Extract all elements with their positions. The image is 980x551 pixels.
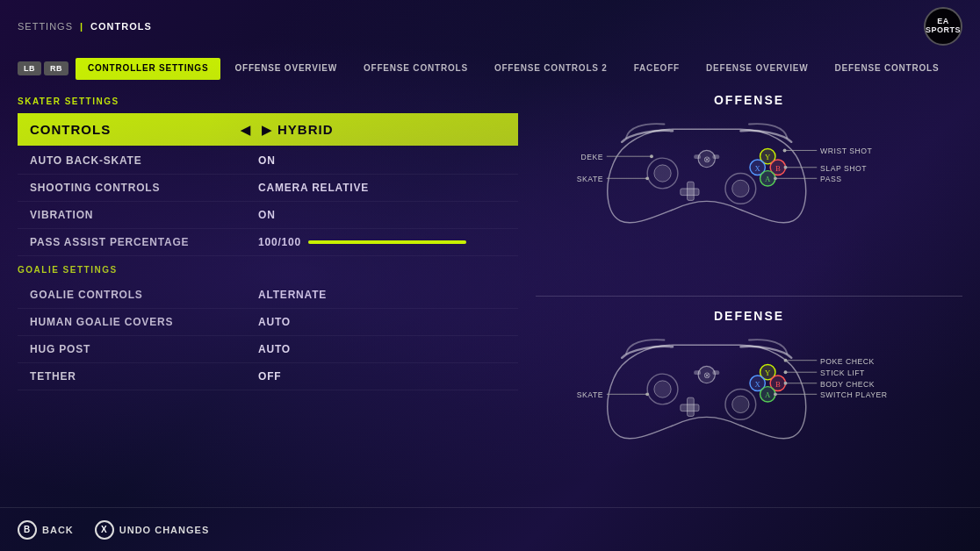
controls-value: HYBRID: [277, 122, 334, 137]
goalie-controls-row: GOALIE CONTROLS ALTERNATE: [18, 282, 518, 309]
divider: [536, 296, 962, 297]
defense-diagram: ⊗ Y X B A: [536, 328, 962, 451]
stick-lift-text: STICK LIFT: [820, 369, 865, 377]
offense-view-btn: [694, 154, 701, 159]
defense-y-label: Y: [765, 369, 771, 377]
goalie-controls-label: GOALIE CONTROLS: [30, 289, 258, 301]
offense-xbox-logo: ⊗: [703, 154, 710, 164]
pass-assist-progress: 100/100: [258, 236, 466, 248]
goalie-settings-label: GOALIE SETTINGS: [18, 265, 518, 275]
undo-changes-button[interactable]: X UNDO CHANGES: [95, 520, 209, 540]
deke-dot: [650, 154, 653, 158]
vibration-label: VIBRATION: [30, 209, 258, 221]
offense-controller-body: [608, 129, 806, 223]
breadcrumb: SETTINGS | CONTROLS: [18, 21, 152, 32]
tether-label: TETHER: [30, 370, 258, 383]
defense-b-label: B: [775, 379, 781, 388]
offense-left-stick-inner: [654, 165, 671, 182]
tab-defense-overview[interactable]: DEFENSE OVERVIEW: [694, 58, 821, 80]
offense-title: OFFENSE: [536, 93, 962, 107]
human-goalie-row: HUMAN GOALIE COVERS AUTO: [18, 309, 518, 336]
shooting-controls-value: CAMERA RELATIVE: [258, 182, 369, 194]
pass-assist-fill: [308, 240, 466, 244]
def-skate-dot: [645, 392, 649, 396]
wrist-shot-dot: [783, 149, 787, 153]
tab-controller-settings[interactable]: CONTROLLER SETTINGS: [76, 58, 220, 80]
rb-button[interactable]: RB: [44, 61, 68, 75]
poke-check-text: POKE CHECK: [820, 356, 875, 365]
poke-check-dot: [784, 358, 788, 361]
vibration-value: ON: [258, 209, 276, 221]
def-skate-text: SKATE: [577, 390, 603, 399]
defense-x-label: X: [755, 379, 761, 388]
defense-section: DEFENSE ⊗: [536, 309, 962, 499]
main-content: SKATER SETTINGS CONTROLS ◀ ▶ HYBRID AUTO…: [0, 84, 980, 507]
slap-shot-dot: [784, 166, 788, 169]
stick-lift-dot: [784, 370, 788, 374]
hug-post-row: HUG POST AUTO: [18, 336, 518, 363]
x-button-icon: X: [95, 520, 114, 540]
back-button[interactable]: B BACK: [18, 520, 74, 540]
undo-changes-label: UNDO CHANGES: [119, 525, 209, 535]
offense-x-label: X: [755, 164, 761, 173]
hug-post-label: HUG POST: [30, 343, 258, 355]
controls-row[interactable]: CONTROLS ◀ ▶ HYBRID: [18, 113, 518, 146]
offense-dpad-horiz: [681, 189, 699, 196]
tab-bar: LB RB CONTROLLER SETTINGS OFFENSE OVERVI…: [0, 53, 980, 84]
shooting-controls-row: SHOOTING CONTROLS CAMERA RELATIVE: [18, 175, 518, 202]
defense-a-label: A: [765, 390, 771, 399]
pass-dot: [774, 176, 777, 180]
switch-player-dot: [774, 392, 777, 396]
auto-back-skate-value: ON: [258, 154, 276, 167]
ea-sports-logo: EASPORTS: [924, 7, 962, 46]
bottom-bar: B BACK X UNDO CHANGES: [0, 507, 980, 551]
breadcrumb-separator: |: [80, 21, 83, 32]
defense-left-stick-inner: [654, 380, 671, 397]
pass-assist-label: PASS ASSIST PERCENTAGE: [30, 236, 258, 248]
offense-right-stick-inner: [732, 180, 749, 197]
shooting-controls-label: SHOOTING CONTROLS: [30, 182, 258, 194]
auto-back-skate-label: AUTO BACK-SKATE: [30, 154, 258, 167]
b-button-icon: B: [18, 520, 37, 540]
defense-title: DEFENSE: [536, 309, 962, 323]
switch-player-text: SWITCH PLAYER: [820, 390, 887, 399]
defense-xbox-logo: ⊗: [703, 369, 710, 379]
body-check-dot: [784, 381, 788, 384]
defense-controller-body: [608, 345, 806, 439]
offense-y-label: Y: [765, 153, 771, 161]
defense-controller-svg: ⊗ Y X B A: [536, 328, 962, 451]
skater-settings-label: SKATER SETTINGS: [18, 97, 518, 106]
tab-defense-controls[interactable]: DEFENSE CONTROLS: [823, 58, 952, 80]
tether-value: OFF: [258, 370, 281, 383]
human-goalie-value: AUTO: [258, 316, 291, 328]
vibration-row: VIBRATION ON: [18, 202, 518, 229]
goalie-controls-value: ALTERNATE: [258, 289, 327, 301]
offense-controller-svg: ⊗ Y X B A: [536, 112, 962, 235]
tab-offense-controls[interactable]: OFFENSE CONTROLS: [351, 58, 480, 80]
deke-text: DEKE: [580, 153, 603, 161]
offense-section: OFFENSE ⊗: [536, 93, 962, 283]
pass-text: PASS: [820, 175, 841, 183]
breadcrumb-parent: SETTINGS: [18, 21, 73, 32]
lb-button[interactable]: LB: [18, 61, 41, 75]
breadcrumb-current: CONTROLS: [90, 21, 152, 32]
defense-right-stick-inner: [732, 396, 749, 412]
hug-post-value: AUTO: [258, 343, 291, 355]
arrow-left-icon[interactable]: ◀: [241, 123, 251, 137]
skate-off-dot: [645, 176, 649, 180]
tab-faceoff[interactable]: FACEOFF: [622, 58, 692, 80]
tether-row: TETHER OFF: [18, 363, 518, 390]
pass-assist-value: 100/100: [258, 236, 301, 248]
lb-rb-buttons: LB RB: [18, 61, 68, 75]
tab-offense-controls-2[interactable]: OFFENSE CONTROLS 2: [482, 58, 620, 80]
tab-offense-overview[interactable]: OFFENSE OVERVIEW: [222, 58, 349, 80]
right-panel: OFFENSE ⊗: [536, 93, 962, 498]
skate-off-text: SKATE: [577, 175, 603, 183]
human-goalie-label: HUMAN GOALIE COVERS: [30, 316, 258, 328]
wrist-shot-text: WRIST SHOT: [820, 147, 872, 155]
arrow-right-icon[interactable]: ▶: [262, 123, 272, 137]
defense-dpad-horiz: [681, 404, 699, 411]
body-check-text: BODY CHECK: [820, 379, 875, 388]
slap-shot-text: SLAP SHOT: [820, 164, 867, 173]
offense-a-label: A: [765, 175, 771, 183]
